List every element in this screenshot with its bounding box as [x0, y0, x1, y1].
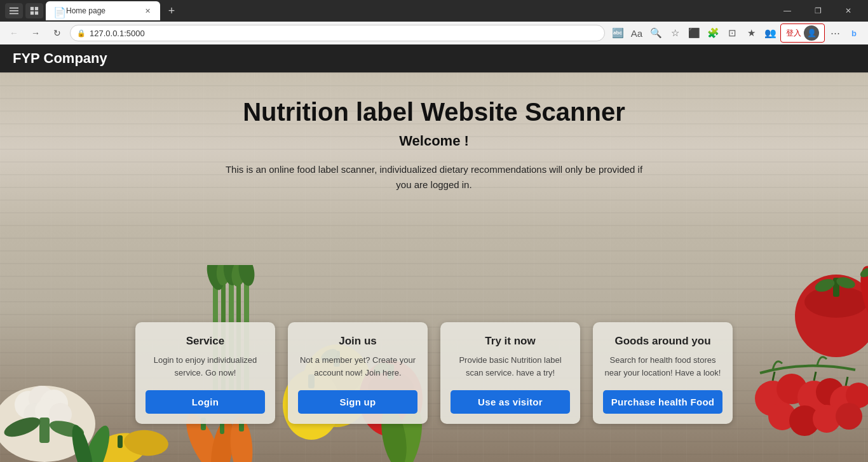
- restore-button[interactable]: ❐: [803, 0, 832, 22]
- visitor-button[interactable]: Use as visitor: [451, 390, 570, 414]
- goods-card-text: Search for health food stores near your …: [603, 354, 722, 381]
- copilot-icon[interactable]: 👥: [761, 24, 779, 42]
- tab-favicon: 📄: [53, 6, 62, 15]
- svg-rect-2: [10, 13, 18, 15]
- svg-rect-5: [31, 11, 34, 15]
- browser-chrome: 📄 Home page ✕ + — ❐ ✕ ← → ↻ 🔒 127.0.0.1:…: [0, 0, 868, 44]
- active-tab[interactable]: 📄 Home page ✕: [46, 1, 160, 20]
- hero-welcome: Welcome !: [224, 133, 644, 149]
- collections-icon[interactable]: ★: [742, 24, 760, 42]
- back-button[interactable]: ←: [5, 24, 23, 42]
- read-aloud-icon[interactable]: 🔤: [609, 24, 627, 42]
- address-text: 127.0.0.1:5000: [90, 29, 598, 38]
- try-now-card-title: Try it now: [485, 335, 535, 348]
- close-button[interactable]: ✕: [834, 0, 863, 22]
- purchase-health-food-button[interactable]: Purchase health Food: [603, 390, 722, 414]
- svg-rect-36: [220, 423, 224, 434]
- svg-rect-19: [118, 435, 123, 448]
- hero-text: Nutrition label Website Scanner Welcome …: [212, 72, 656, 212]
- site-header: FYP Company: [0, 44, 868, 72]
- extension-icon[interactable]: 🧩: [704, 24, 722, 42]
- translate-icon[interactable]: Aa: [628, 24, 646, 42]
- signup-button[interactable]: Sign up: [298, 390, 417, 414]
- toolbar-icons: 🔤 Aa 🔍 ☆ ⬛ 🧩 ⊡ ★ 👥 登入 👤 ⋯ b: [609, 24, 863, 43]
- svg-rect-4: [35, 7, 38, 10]
- join-us-card: Join us Not a member yet? Create your ac…: [288, 322, 428, 424]
- hero-description: This is an online food label scanner, in…: [224, 162, 644, 193]
- try-now-card: Try it now Provide basic Nutrition label…: [440, 322, 580, 424]
- hero-section: Nutrition label Website Scanner Welcome …: [0, 72, 868, 462]
- tab-close-button[interactable]: ✕: [142, 6, 153, 16]
- svg-rect-6: [35, 11, 38, 15]
- svg-rect-1: [10, 10, 18, 11]
- service-card-text: Login to enjoy individualized service. G…: [146, 354, 265, 381]
- service-card: Service Login to enjoy individualized se…: [135, 322, 275, 424]
- tab-title: Home page: [66, 6, 139, 15]
- nav-bar: ← → ↻ 🔒 127.0.0.1:5000 🔤 Aa 🔍 ☆ ⬛ 🧩 ⊡ ★ …: [0, 22, 868, 44]
- service-card-title: Service: [186, 335, 225, 348]
- zoom-icon[interactable]: 🔍: [647, 24, 665, 42]
- signin-label: 登入: [786, 28, 801, 39]
- signin-button[interactable]: 登入 👤: [780, 24, 825, 43]
- edge-copilot-icon[interactable]: b: [845, 24, 863, 42]
- login-button[interactable]: Login: [146, 390, 265, 414]
- tab-grid[interactable]: [25, 3, 43, 18]
- screenshot-icon[interactable]: ⬛: [685, 24, 703, 42]
- refresh-button[interactable]: ↻: [48, 24, 66, 42]
- cards-row: Service Login to enjoy individualized se…: [0, 322, 868, 424]
- more-options-icon[interactable]: ⋯: [826, 24, 844, 42]
- join-us-card-title: Join us: [339, 335, 377, 348]
- split-view-icon[interactable]: ⊡: [723, 24, 741, 42]
- forward-button[interactable]: →: [27, 24, 44, 42]
- website-content: FYP Company Nutrition label Website Scan…: [0, 44, 868, 462]
- goods-card: Goods around you Search for health food …: [593, 322, 733, 424]
- address-bar[interactable]: 🔒 127.0.0.1:5000: [70, 25, 605, 41]
- minimize-button[interactable]: —: [773, 0, 802, 22]
- favorites-icon[interactable]: ☆: [666, 24, 684, 42]
- company-name: FYP Company: [13, 50, 107, 67]
- security-lock-icon: 🔒: [77, 29, 86, 37]
- sidebar-toggle[interactable]: [5, 3, 23, 18]
- svg-rect-3: [31, 7, 34, 10]
- svg-rect-0: [10, 8, 18, 9]
- tab-bar: 📄 Home page ✕ + — ❐ ✕: [0, 0, 868, 22]
- hero-title: Nutrition label Website Scanner: [224, 98, 644, 126]
- goods-card-title: Goods around you: [614, 335, 710, 348]
- join-us-card-text: Not a member yet? Create your account no…: [298, 354, 417, 381]
- window-controls: — ❐ ✕: [773, 0, 863, 22]
- profile-avatar: 👤: [804, 25, 819, 41]
- try-now-card-text: Provide basic Nutrition label scan servi…: [451, 354, 570, 381]
- new-tab-button[interactable]: +: [163, 2, 180, 20]
